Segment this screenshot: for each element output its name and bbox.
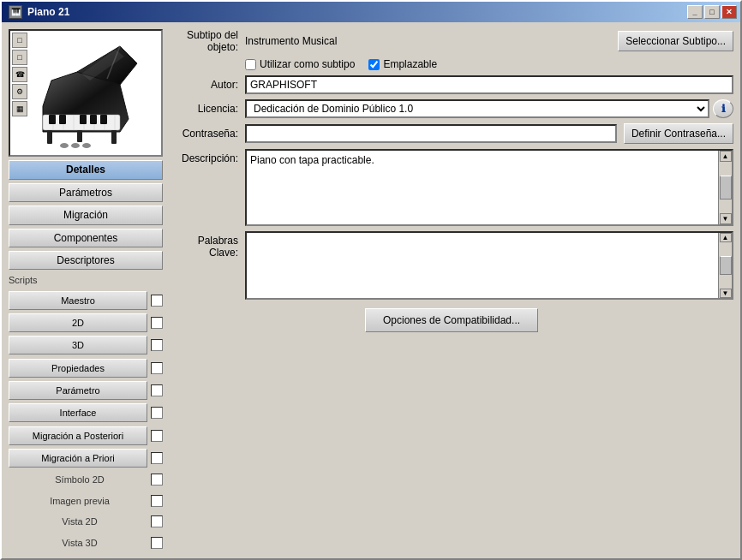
checkbox-vista2d[interactable] bbox=[151, 515, 163, 527]
svg-rect-12 bbox=[90, 115, 97, 124]
checkbox-symbol-preview[interactable] bbox=[151, 495, 163, 507]
palabras-scrollbar-down[interactable]: ▼ bbox=[720, 289, 732, 298]
info-button[interactable]: ℹ bbox=[713, 99, 733, 118]
btn-componentes[interactable]: Componentes bbox=[9, 229, 163, 247]
checkbox-2d[interactable] bbox=[151, 317, 163, 329]
descripcion-text[interactable]: Piano con tapa practicable. bbox=[247, 151, 718, 224]
licencia-select[interactable]: Dedicación de Dominio Público 1.0 Licenc… bbox=[245, 99, 709, 118]
licencia-select-row: Dedicación de Dominio Público 1.0 Licenc… bbox=[245, 99, 733, 118]
btn-migracion-post[interactable]: Migración a Posteriori bbox=[9, 426, 147, 445]
emplazable-checkbox-item[interactable]: Emplazable bbox=[368, 58, 437, 70]
contrasena-label: Contraseña: bbox=[170, 128, 238, 140]
contrasena-input[interactable] bbox=[245, 124, 617, 143]
btn-descriptores[interactable]: Descriptores bbox=[9, 251, 163, 270]
close-button[interactable]: ✕ bbox=[721, 5, 737, 19]
title-bar: 🎹 Piano 21 _ □ ✕ bbox=[2, 2, 740, 22]
checkbox-vista3d[interactable] bbox=[151, 537, 163, 549]
descripcion-row: Descripción: Piano con tapa practicable.… bbox=[170, 149, 733, 226]
script-row-3d: 3D bbox=[9, 336, 163, 354]
btn-interface[interactable]: Interface bbox=[9, 403, 147, 422]
svg-rect-10 bbox=[59, 115, 66, 124]
checkbox-3d[interactable] bbox=[151, 339, 163, 351]
svg-rect-14 bbox=[47, 130, 52, 144]
content-area: □ □ ☎ ⚙ ▦ bbox=[2, 22, 740, 558]
title-buttons: _ □ ✕ bbox=[687, 5, 737, 19]
script-row-maestro: Maestro bbox=[9, 290, 163, 309]
palabras-clave-label: Palabras Clave: bbox=[170, 231, 238, 259]
side-icon-2[interactable]: ☎ bbox=[12, 67, 27, 82]
subtipo-label: Subtipo del objeto: bbox=[170, 29, 238, 53]
autor-row: Autor: bbox=[170, 75, 733, 94]
descripcion-value: Piano con tapa practicable. bbox=[250, 154, 374, 166]
left-panel: □ □ ☎ ⚙ ▦ bbox=[9, 29, 163, 551]
btn-migracion[interactable]: Migración bbox=[9, 206, 163, 224]
contrasena-row: Contraseña: Definir Contraseña... bbox=[170, 123, 733, 144]
btn-2d[interactable]: 2D bbox=[9, 313, 147, 332]
palabras-scrollbar-up[interactable]: ▲ bbox=[720, 233, 732, 242]
script-row-migracion-pri: Migración a Priori bbox=[9, 449, 163, 468]
scrollbar-down-arrow[interactable]: ▼ bbox=[720, 213, 732, 224]
palabras-clave-area: ▲ ▼ bbox=[245, 231, 733, 300]
autor-label: Autor: bbox=[170, 79, 238, 91]
svg-rect-13 bbox=[100, 115, 107, 124]
btn-propiedades[interactable]: Propiedades bbox=[9, 359, 147, 378]
symbol-row-preview: Imagen previa bbox=[9, 492, 163, 509]
palabras-clave-scrollbar[interactable]: ▲ ▼ bbox=[718, 233, 732, 298]
svg-rect-15 bbox=[111, 130, 117, 144]
checkbox-migracion-post[interactable] bbox=[151, 430, 163, 442]
svg-point-17 bbox=[60, 143, 69, 148]
licencia-label: Licencia: bbox=[170, 103, 238, 115]
side-icon-0[interactable]: □ bbox=[12, 33, 27, 48]
scrollbar-up-arrow[interactable]: ▲ bbox=[720, 151, 732, 162]
bottom-area: Opciones de Compatibilidad... bbox=[170, 305, 733, 336]
descripcion-area: Piano con tapa practicable. ▲ ▼ bbox=[245, 149, 733, 226]
svg-point-19 bbox=[82, 143, 91, 148]
definir-contrasena-button[interactable]: Definir Contraseña... bbox=[624, 123, 733, 144]
btn-3d[interactable]: 3D bbox=[9, 336, 147, 354]
autor-input[interactable] bbox=[245, 75, 733, 94]
scripts-label: Scripts bbox=[9, 273, 163, 287]
maximize-button[interactable]: □ bbox=[704, 5, 720, 19]
btn-migracion-pri[interactable]: Migración a Priori bbox=[9, 449, 147, 468]
symbol-row-vista2d: Vista 2D bbox=[9, 513, 163, 530]
seleccionar-subtipo-button[interactable]: Seleccionar Subtipo... bbox=[618, 31, 733, 51]
btn-maestro[interactable]: Maestro bbox=[9, 291, 147, 310]
checkbox-migracion-pri[interactable] bbox=[151, 452, 163, 464]
symbol-preview-label: Imagen previa bbox=[12, 496, 147, 506]
btn-parametro[interactable]: Parámetro bbox=[9, 381, 147, 400]
symbol-vista3d-label: Vista 3D bbox=[12, 538, 147, 548]
utilizar-checkbox[interactable] bbox=[245, 59, 256, 70]
descripcion-scrollbar[interactable]: ▲ ▼ bbox=[718, 151, 732, 224]
palabras-clave-text[interactable] bbox=[247, 233, 718, 298]
title-bar-left: 🎹 Piano 21 bbox=[9, 5, 69, 19]
utilizar-checkbox-item[interactable]: Utilizar como subtipo bbox=[245, 58, 355, 70]
symbol-vista2d-label: Vista 2D bbox=[12, 516, 147, 527]
script-row-2d: 2D bbox=[9, 313, 163, 332]
right-panel: Subtipo del objeto: Instrumento Musical … bbox=[170, 29, 733, 551]
scrollbar-thumb[interactable] bbox=[720, 176, 732, 200]
checkbox-interface[interactable] bbox=[151, 407, 163, 419]
licencia-row: Licencia: Dedicación de Dominio Público … bbox=[170, 99, 733, 118]
compat-row: Opciones de Compatibilidad... bbox=[170, 305, 733, 332]
side-icon-3[interactable]: ⚙ bbox=[12, 84, 27, 99]
window-title: Piano 21 bbox=[27, 6, 69, 18]
checkbox-propiedades[interactable] bbox=[151, 362, 163, 374]
checkbox-symbol-2d[interactable] bbox=[151, 474, 163, 486]
script-row-parametro: Parámetro bbox=[9, 381, 163, 400]
descripcion-label: Descripción: bbox=[170, 149, 238, 164]
checkbox-options: Utilizar como subtipo Emplazable bbox=[245, 58, 437, 70]
script-row-propiedades: Propiedades bbox=[9, 358, 163, 377]
btn-parametros[interactable]: Parámetros bbox=[9, 183, 163, 202]
minimize-button[interactable]: _ bbox=[687, 5, 703, 19]
utilizar-label: Utilizar como subtipo bbox=[260, 58, 355, 70]
side-icon-1[interactable]: □ bbox=[12, 50, 27, 65]
opciones-compatibilidad-button[interactable]: Opciones de Compatibilidad... bbox=[365, 308, 538, 332]
emplazable-checkbox[interactable] bbox=[368, 59, 380, 70]
side-icon-4[interactable]: ▦ bbox=[12, 101, 27, 116]
btn-detalles[interactable]: Detalles bbox=[9, 160, 163, 179]
checkbox-maestro[interactable] bbox=[151, 295, 163, 307]
palabras-scrollbar-thumb[interactable] bbox=[720, 256, 732, 275]
side-icons: □ □ ☎ ⚙ ▦ bbox=[12, 33, 27, 116]
emplazable-label: Emplazable bbox=[383, 58, 437, 70]
checkbox-parametro[interactable] bbox=[151, 384, 163, 396]
